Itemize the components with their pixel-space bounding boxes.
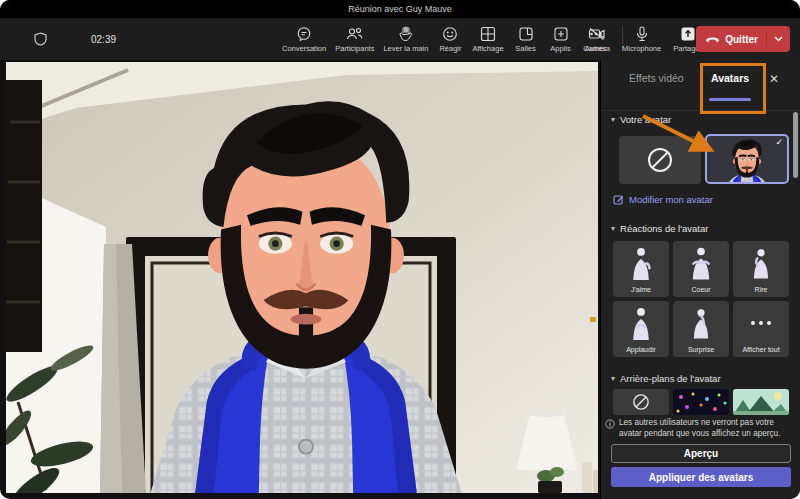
raise-hand-button[interactable]: Lever la main	[383, 26, 428, 53]
tab-avatars[interactable]: Avatars	[711, 72, 749, 84]
reaction-heart-tile[interactable]: Coeur	[673, 241, 729, 297]
reaction-like-label: J'aime	[631, 286, 651, 293]
hand-icon	[398, 26, 413, 42]
tab-effets-video[interactable]: Effets vidéo	[629, 72, 684, 84]
camera-off-icon	[588, 26, 606, 42]
rooms-button[interactable]: Salles	[513, 26, 539, 53]
avatar-pose-laugh	[749, 246, 773, 280]
preview-button[interactable]: Aperçu	[611, 444, 791, 463]
edit-avatar-link[interactable]: Modifier mon avatar	[613, 194, 713, 205]
conversation-button[interactable]: Conversation	[282, 26, 326, 53]
reaction-surprise-tile[interactable]: Surprise	[673, 301, 729, 357]
edit-avatar-label: Modifier mon avatar	[629, 194, 713, 205]
share-icon	[680, 26, 696, 42]
background-landscape-thumb[interactable]	[733, 389, 789, 415]
react-label: Réagir	[439, 44, 461, 53]
shield-icon	[34, 32, 47, 46]
toolbar-center: Conversation Participants Lever la main …	[282, 18, 627, 60]
apply-avatars-button[interactable]: Appliquer des avatars	[611, 467, 791, 487]
avatar-pose-heart	[687, 246, 715, 280]
reaction-applaud-label: Applaudir	[626, 346, 656, 353]
apps-button[interactable]: Applis	[548, 26, 574, 53]
panel-scrollbar[interactable]	[793, 112, 798, 178]
panel-tabs: Effets vidéo Avatars ✕	[601, 60, 800, 111]
space-confetti-thumbnail	[673, 389, 729, 415]
section-reactions[interactable]: ▾ Réactions de l'avatar	[611, 223, 708, 234]
chevron-down-icon: ▾	[611, 374, 615, 383]
preview-notice-text: Les autres utilisateurs ne verront pas v…	[619, 417, 797, 439]
quit-button[interactable]: Quitter	[696, 34, 766, 45]
quit-options-button[interactable]	[767, 36, 790, 42]
reaction-like-tile[interactable]: J'aime	[613, 241, 669, 297]
selected-avatar-tile[interactable]: ✓	[705, 134, 789, 184]
reaction-laugh-tile[interactable]: Rire	[733, 241, 789, 297]
avatars-panel: Effets vidéo Avatars ✕ ▾ Votre avatar ✓ …	[600, 60, 800, 499]
participants-button[interactable]: Participants	[335, 26, 374, 53]
section-your-avatar[interactable]: ▾ Votre avatar	[611, 114, 671, 125]
video-preview	[6, 62, 598, 493]
reactions-title: Réactions de l'avatar	[620, 223, 708, 234]
annotation-highlight-box	[700, 63, 766, 114]
info-icon	[605, 419, 615, 429]
meeting-toolbar: 02:39 Conversation Participants Lever la…	[0, 18, 800, 60]
close-panel-button[interactable]: ✕	[769, 72, 779, 86]
microphone-button[interactable]: Microphone	[622, 26, 661, 53]
view-button[interactable]: Affichage	[472, 26, 503, 53]
people-icon	[346, 26, 363, 42]
none-icon	[631, 392, 651, 412]
backgrounds-title: Arrière-plans de l'avatar	[620, 373, 721, 384]
participants-label: Participants	[335, 44, 374, 53]
landscape-thumbnail	[733, 389, 789, 415]
ellipsis-icon	[750, 319, 772, 327]
avatar-pose-applaud	[628, 306, 654, 340]
meeting-timer: 02:39	[91, 34, 116, 45]
title-bar: Réunion avec Guy Mauve	[0, 0, 800, 18]
quit-button-group: Quitter	[696, 26, 790, 52]
active-tab-underline	[709, 98, 751, 101]
chevron-down-icon: ▾	[611, 224, 615, 233]
microphone-icon	[636, 26, 648, 42]
reaction-show-all-label: Afficher tout	[742, 346, 779, 353]
conversation-label: Conversation	[282, 44, 326, 53]
reaction-applaud-tile[interactable]: Applaudir	[613, 301, 669, 357]
meeting-info: 02:39	[34, 18, 116, 60]
reaction-laugh-label: Rire	[755, 286, 768, 293]
window-title: Réunion avec Guy Mauve	[348, 4, 452, 14]
edit-icon	[613, 194, 624, 205]
background-space-thumb[interactable]	[673, 389, 729, 415]
microphone-label: Microphone	[622, 44, 661, 53]
hangup-icon	[705, 35, 720, 43]
your-avatar-title: Votre avatar	[620, 114, 671, 125]
toolbar-devices: Caméra Microphone Partager	[583, 18, 702, 60]
reaction-show-all-tile[interactable]: Afficher tout	[733, 301, 789, 357]
background-none-thumb[interactable]	[613, 389, 669, 415]
quit-label: Quitter	[725, 34, 758, 45]
smiley-icon	[442, 26, 458, 42]
apps-label: Applis	[550, 44, 570, 53]
apps-icon	[553, 26, 569, 42]
chevron-down-icon: ▾	[611, 115, 615, 124]
no-avatar-tile[interactable]	[619, 136, 701, 184]
react-button[interactable]: Réagir	[437, 26, 463, 53]
teams-meeting-window: Réunion avec Guy Mauve 02:39 Conversatio…	[0, 0, 800, 499]
chat-icon	[296, 26, 312, 42]
grid-icon	[480, 26, 496, 42]
avatar-video-scene	[6, 62, 598, 493]
camera-button[interactable]: Caméra	[583, 26, 610, 53]
rooms-label: Salles	[515, 44, 535, 53]
none-icon	[646, 146, 674, 174]
section-backgrounds[interactable]: ▾ Arrière-plans de l'avatar	[611, 373, 721, 384]
preview-notice: Les autres utilisateurs ne verront pas v…	[605, 417, 797, 439]
reaction-heart-label: Coeur	[691, 286, 710, 293]
reaction-surprise-label: Surprise	[688, 346, 714, 353]
chevron-down-icon	[774, 36, 783, 42]
rooms-icon	[518, 26, 534, 42]
view-label: Affichage	[472, 44, 503, 53]
avatar-pose-surprise	[689, 306, 713, 340]
raise-hand-label: Lever la main	[383, 44, 428, 53]
camera-label: Caméra	[583, 44, 610, 53]
avatar-pose-like	[628, 246, 654, 280]
selected-check-icon: ✓	[775, 137, 783, 147]
